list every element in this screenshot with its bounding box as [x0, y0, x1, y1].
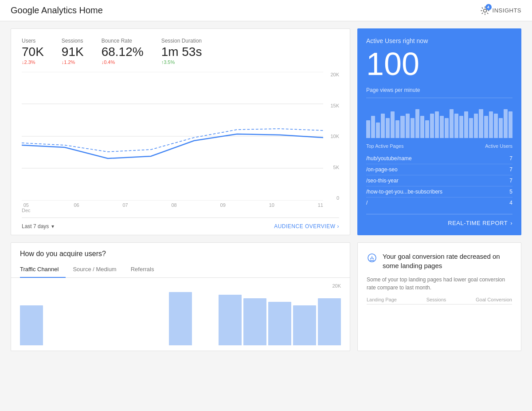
top-pages-header: Top Active Pages Active Users: [366, 143, 512, 150]
top-page-row[interactable]: /how-to-get-you...be-subscribers5: [366, 186, 512, 198]
metric-users-change: ↓2.3%: [22, 59, 44, 65]
metric-users: Users 70K ↓2.3%: [22, 38, 44, 65]
page-view-bar: [395, 120, 399, 138]
audience-footer: Last 7 days ▾ AUDIENCE OVERVIEW ›: [22, 217, 339, 235]
insights-label: INSIGHTS: [493, 7, 521, 14]
metric-sessions-value: 91K: [62, 46, 84, 58]
active-users-panel: Active Users right now 100 Page views pe…: [357, 28, 521, 235]
page-count: 7: [509, 178, 512, 184]
active-users-label: Active Users right now: [366, 37, 512, 44]
page-title: Google Analytics Home: [11, 5, 103, 16]
audience-panel: Users 70K ↓2.3% Sessions 91K ↓1.2% Bounc…: [11, 28, 350, 235]
page-view-bar: [440, 116, 444, 138]
metric-sessions-change: ↓1.2%: [62, 59, 84, 65]
svg-point-0: [483, 9, 486, 12]
acq-bar-group: [268, 302, 291, 345]
chevron-right-icon: ›: [510, 220, 512, 226]
top-pages-list: /hub/youtube/name7/on-page-seo7/seo-this…: [366, 153, 512, 208]
insight-table-header: Landing Page Sessions Goal Conversion: [367, 297, 512, 304]
insights-badge: 4: [485, 4, 492, 10]
page-view-bar: [400, 116, 404, 138]
acq-bar-group: [293, 305, 316, 345]
page-view-bar: [371, 116, 375, 138]
top-page-row[interactable]: /on-page-seo7: [366, 164, 512, 175]
bottom-row: How do you acquire users? Traffic Channe…: [11, 242, 521, 351]
page-view-bar: [504, 109, 508, 138]
page-view-bar: [479, 109, 483, 138]
page-count: 7: [509, 166, 512, 173]
page-header: Google Analytics Home 4 INSIGHTS: [0, 0, 532, 21]
page-count: 4: [509, 200, 512, 206]
metrics-row: Users 70K ↓2.3% Sessions 91K ↓1.2% Bounc…: [22, 38, 339, 65]
metric-duration-value: 1m 53s: [161, 46, 202, 58]
top-page-row[interactable]: /4: [366, 198, 512, 208]
audience-overview-link[interactable]: AUDIENCE OVERVIEW ›: [274, 223, 339, 229]
page-view-bar: [391, 111, 395, 138]
page-view-bar: [464, 111, 468, 138]
page-path: /hub/youtube/name: [366, 155, 412, 162]
acquire-panel: How do you acquire users? Traffic Channe…: [11, 242, 350, 351]
acq-bar: [169, 292, 192, 345]
page-view-bar: [376, 123, 380, 138]
realtime-report-link[interactable]: REAL-TIME REPORT ›: [366, 214, 512, 226]
metric-users-value: 70K: [22, 46, 44, 58]
period-label: Last 7 days: [22, 223, 49, 229]
acq-bar: [268, 302, 291, 345]
metric-bounce-label: Bounce Rate: [102, 38, 144, 44]
acq-bar: [243, 298, 266, 345]
page-view-bar: [499, 118, 503, 138]
acq-bar: [293, 305, 316, 345]
insight-landing-col: Landing Page: [367, 297, 397, 302]
period-selector[interactable]: Last 7 days ▾: [22, 223, 54, 229]
chevron-right-icon: ›: [337, 223, 340, 229]
metric-sessions: Sessions 91K ↓1.2%: [62, 38, 84, 65]
insight-icon: [367, 253, 377, 265]
metric-bounce-rate: Bounce Rate 68.12% ↓0.4%: [102, 38, 144, 65]
acq-bar: [318, 298, 341, 345]
acquire-chart-area: 20K: [11, 278, 350, 351]
acq-bar-group: [20, 305, 43, 345]
acq-y-label-20k: 20K: [332, 283, 341, 288]
insights-button[interactable]: 4 INSIGHTS: [480, 6, 521, 16]
page-view-bar: [430, 114, 434, 138]
page-view-bar: [406, 114, 410, 138]
chart-y-labels: 20K 15K 10K 5K 0: [323, 72, 339, 201]
main-content: Users 70K ↓2.3% Sessions 91K ↓1.2% Bounc…: [0, 21, 532, 358]
acq-bar: [219, 295, 242, 345]
page-view-bar: [435, 111, 439, 138]
acquire-tabs: Traffic Channel Source / Medium Referral…: [11, 261, 350, 278]
acquire-title: How do you acquire users?: [11, 243, 350, 258]
metric-session-duration: Session Duration 1m 53s ↑3.5%: [161, 38, 202, 65]
page-view-bar: [489, 111, 493, 138]
chart-x-labels: 05Dec 06 07 08 09 10 11: [22, 201, 323, 214]
tab-traffic-channel[interactable]: Traffic Channel: [20, 261, 66, 278]
page-view-bar: [494, 114, 498, 138]
page-view-bar: [484, 116, 488, 138]
insight-sessions-col: Sessions: [426, 297, 446, 302]
top-page-row[interactable]: /hub/youtube/name7: [366, 153, 512, 164]
page-view-bar: [381, 114, 385, 138]
page-count: 7: [509, 155, 512, 162]
top-pages-col-header: Top Active Pages: [366, 143, 403, 149]
page-views-bar-chart: [366, 103, 512, 138]
insight-desc: Some of your top landing pages had lower…: [367, 276, 512, 292]
metric-users-label: Users: [22, 38, 44, 44]
acq-bar-group: [169, 292, 192, 345]
active-users-count: 100: [366, 48, 512, 80]
top-row: Users 70K ↓2.3% Sessions 91K ↓1.2% Bounc…: [11, 28, 521, 235]
page-view-bar: [459, 116, 463, 138]
page-path: /on-page-seo: [366, 166, 398, 173]
top-page-row[interactable]: /seo-this-year7: [366, 175, 512, 186]
page-views-label: Page views per minute: [366, 87, 512, 98]
insights-icon-wrap: 4: [480, 6, 490, 16]
acq-bar-group: [318, 298, 341, 345]
page-view-bar: [411, 118, 415, 138]
page-path: /: [366, 200, 368, 206]
active-users-col-header: Active Users: [485, 143, 512, 149]
tab-source-medium[interactable]: Source / Medium: [73, 261, 123, 278]
insight-header: Your goal conversion rate decreased on s…: [367, 252, 512, 270]
metric-bounce-value: 68.12%: [102, 46, 144, 58]
tab-referrals[interactable]: Referrals: [131, 261, 161, 278]
page-view-bar: [469, 118, 473, 138]
dropdown-arrow-icon: ▾: [51, 223, 54, 229]
